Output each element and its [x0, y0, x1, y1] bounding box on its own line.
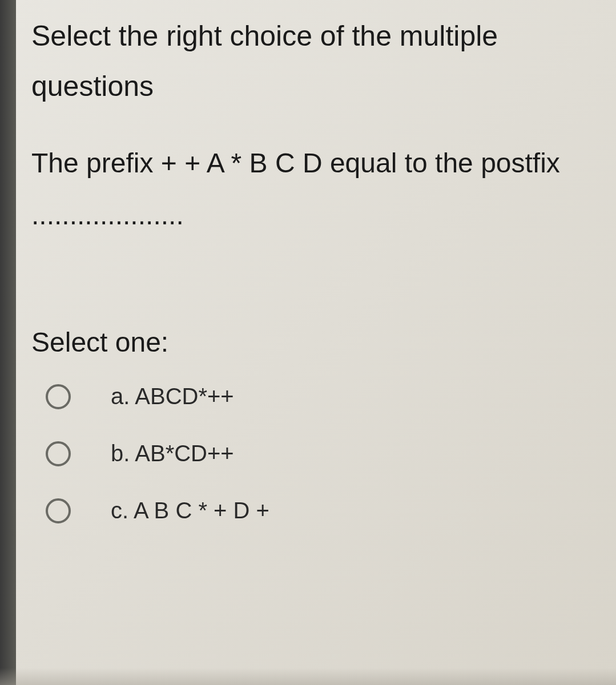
- option-b-label: b. AB*CD++: [111, 441, 234, 466]
- radio-button-a[interactable]: [46, 384, 71, 409]
- option-c-label: c. A B C * + D +: [111, 498, 269, 523]
- question-text: The prefix + + A * B C D equal to the po…: [31, 137, 599, 241]
- bottom-shadow: [0, 668, 616, 685]
- radio-button-c[interactable]: [46, 498, 71, 523]
- option-a-label: a. ABCD*++: [111, 384, 234, 409]
- option-c[interactable]: c. A B C * + D +: [46, 498, 599, 523]
- question-content: Select the right choice of the multiple …: [29, 11, 599, 523]
- radio-button-b[interactable]: [46, 441, 71, 466]
- options-list: a. ABCD*++ b. AB*CD++ c. A B C * + D +: [31, 384, 599, 523]
- select-one-label: Select one:: [31, 327, 599, 358]
- left-margin-bar: [0, 0, 16, 685]
- instruction-text: Select the right choice of the multiple …: [31, 11, 599, 111]
- option-a[interactable]: a. ABCD*++: [46, 384, 599, 409]
- option-b[interactable]: b. AB*CD++: [46, 441, 599, 466]
